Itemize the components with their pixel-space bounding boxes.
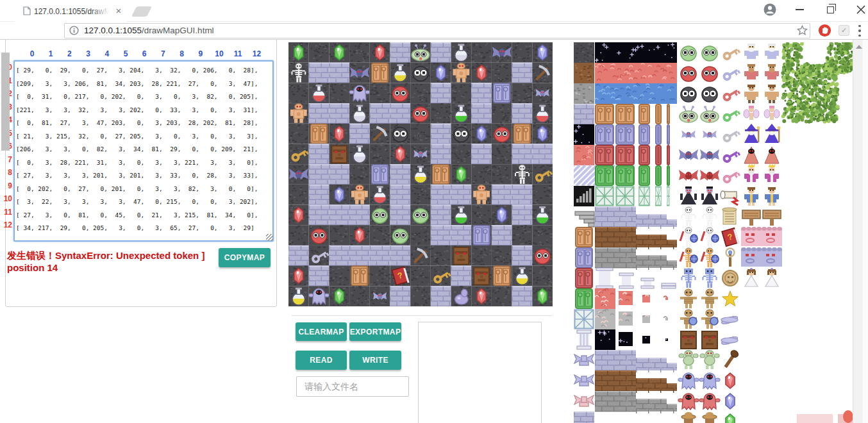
matrix-row-header: 8 (2, 168, 12, 177)
matrix-panel: 0123456789101112 0123456789101112 发生错误！S… (5, 38, 277, 307)
error-message: 发生错误！SyntaxError: Unexpected token ] pos… (7, 249, 222, 274)
map-canvas[interactable] (288, 42, 553, 306)
matrix-col-header: 8 (176, 49, 188, 58)
matrix-col-header: 6 (138, 49, 150, 58)
page-favicon-icon (23, 6, 31, 18)
bookmark-star-icon[interactable] (797, 25, 808, 38)
filename-input[interactable] (296, 376, 409, 397)
matrix-textarea[interactable] (13, 60, 274, 242)
matrix-col-header: 12 (251, 49, 262, 58)
matrix-row-header: 10 (2, 194, 12, 203)
controls-divider (292, 315, 552, 316)
info-icon[interactable] (69, 26, 79, 38)
matrix-col-header: 1 (45, 49, 56, 58)
matrix-col-header: 10 (213, 49, 225, 58)
matrix-col-header: 4 (101, 49, 113, 58)
tab-title-fade (90, 7, 110, 17)
url-text[interactable]: 127.0.0.1:1055/drawMapGUI.html (84, 26, 214, 35)
matrix-col-header: 5 (120, 49, 131, 58)
scrollbar-thumb[interactable] (1, 53, 10, 151)
window-restore-button[interactable] (815, 0, 845, 19)
scrollbar-gutter (864, 40, 868, 423)
matrix-row-header: 9 (2, 181, 12, 190)
clearmap-button[interactable]: CLEARMAP (296, 322, 347, 341)
extension-hand-icon[interactable] (818, 24, 831, 40)
tileset-palette[interactable] (574, 42, 853, 423)
matrix-col-header: 0 (26, 49, 38, 58)
export-output-box (418, 322, 542, 423)
tab-close-icon[interactable]: × (113, 6, 124, 16)
matrix-col-header: 11 (232, 49, 244, 58)
matrix-row-header: 7 (2, 155, 12, 164)
page-scrollbar[interactable] (853, 40, 863, 423)
write-button[interactable]: WRITE (349, 351, 401, 370)
window-minimize-button[interactable] (785, 0, 814, 19)
new-tab-button[interactable] (131, 6, 152, 17)
matrix-row-header: 11 (2, 208, 12, 217)
url-host: 127.0.0.1:1055 (84, 26, 142, 35)
profile-icon[interactable] (755, 0, 785, 19)
matrix-col-header: 9 (195, 49, 206, 58)
extension-check-icon[interactable]: ✓ (839, 25, 849, 36)
matrix-col-header: 7 (157, 49, 169, 58)
read-button[interactable]: READ (296, 351, 347, 370)
copymap-button[interactable]: COPYMAP (219, 248, 271, 267)
matrix-row-header: 12 (2, 220, 12, 229)
browser-menu-icon[interactable] (857, 25, 862, 37)
matrix-col-header: 2 (63, 49, 75, 58)
exportmap-button[interactable]: EXPORTMAP (349, 322, 401, 341)
browser-titlebar: 127.0.0.1:1055/drawMa × (0, 0, 868, 21)
scrollbar-up-arrow-icon[interactable] (856, 45, 862, 49)
matrix-col-header: 3 (83, 49, 94, 58)
window-close-button[interactable] (846, 0, 868, 19)
url-path: /drawMapGUI.html (142, 26, 214, 35)
page-content: 0123456789101112 0123456789101112 发生错误！S… (0, 40, 868, 423)
